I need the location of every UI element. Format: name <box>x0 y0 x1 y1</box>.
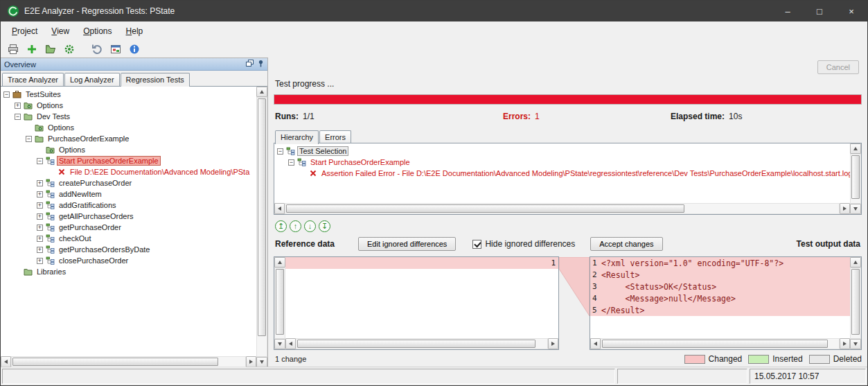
scrollbar-thumb[interactable] <box>258 98 266 336</box>
tab-regression-tests[interactable]: Regression Tests <box>121 73 190 87</box>
scroll-right-icon[interactable] <box>840 338 850 349</box>
scrollbar-thumb[interactable] <box>276 269 284 335</box>
scroll-right-icon[interactable] <box>246 356 256 367</box>
collapse-icon[interactable]: − <box>3 91 10 98</box>
maximize-button[interactable]: □ <box>804 1 835 21</box>
tree-item[interactable]: File D:\E2E Documentation\Advanced Model… <box>1 166 256 177</box>
tree-item[interactable]: −Dev Tests <box>1 111 256 122</box>
tree-item[interactable]: +addGratifications <box>1 200 256 211</box>
scroll-left-icon[interactable] <box>285 338 296 349</box>
scrollbar-track[interactable] <box>285 203 840 214</box>
collapse-icon[interactable]: − <box>15 114 21 120</box>
expand-icon[interactable]: + <box>37 258 43 264</box>
scroll-left-icon[interactable] <box>590 338 601 349</box>
collapse-icon[interactable]: − <box>288 159 294 166</box>
tree-item[interactable]: +checkOut <box>1 233 256 244</box>
hierarchy-vscrollbar[interactable] <box>850 143 861 214</box>
tree-item[interactable]: −PurchaseOrderExample <box>1 133 256 144</box>
scrollbar-thumb[interactable] <box>851 269 860 335</box>
scrollbar-track[interactable] <box>274 267 285 339</box>
tree-item[interactable]: +getAllPurchaseOrders <box>1 211 256 222</box>
undo-icon[interactable] <box>89 42 105 57</box>
next-difference-button[interactable]: ↓ <box>304 220 316 232</box>
scrollbar-thumb[interactable] <box>297 340 535 348</box>
tree-item[interactable]: +getPurchaseOrdersByDate <box>1 244 256 255</box>
tree-item[interactable]: Assertion Failed Error - File D:\E2E Doc… <box>274 168 850 179</box>
scrollbar-thumb[interactable] <box>602 340 828 348</box>
scrollbar-track[interactable] <box>11 356 246 367</box>
tab-hierarchy[interactable]: Hierarchy <box>275 130 319 144</box>
close-button[interactable]: × <box>835 1 867 21</box>
info-icon[interactable] <box>127 42 142 57</box>
expand-icon[interactable]: + <box>37 236 43 242</box>
overview-tree-vscrollbar[interactable] <box>256 87 267 367</box>
scroll-up-icon[interactable] <box>256 87 267 97</box>
scroll-right-icon[interactable] <box>548 338 558 349</box>
scroll-up-icon[interactable] <box>850 257 861 267</box>
tree-item[interactable]: Options <box>1 122 256 133</box>
overview-tree-hscrollbar[interactable] <box>1 356 256 367</box>
tree-item[interactable]: Options <box>1 144 256 155</box>
scroll-down-icon[interactable] <box>274 339 285 349</box>
scroll-left-icon[interactable] <box>1 356 11 367</box>
menu-view[interactable]: View <box>44 24 76 39</box>
tree-item[interactable]: +addNewItem <box>1 188 256 200</box>
reference-vscrollbar[interactable] <box>274 257 285 349</box>
tree-item[interactable]: +getPurchaseOrder <box>1 222 256 233</box>
scrollbar-thumb[interactable] <box>286 204 684 213</box>
hierarchy-hscrollbar[interactable] <box>274 203 850 214</box>
output-hscrollbar[interactable] <box>590 338 850 349</box>
menu-help[interactable]: Help <box>119 24 150 39</box>
menu-options[interactable]: Options <box>76 24 118 39</box>
scrollbar-track[interactable] <box>296 338 548 349</box>
float-panel-icon[interactable] <box>246 60 254 69</box>
model-window-icon[interactable] <box>108 42 123 57</box>
scroll-left-icon[interactable] <box>274 203 285 214</box>
edit-ignored-differences-button[interactable]: Edit ignored differences <box>358 237 456 251</box>
scrollbar-thumb[interactable] <box>851 155 860 199</box>
reference-hscrollbar[interactable] <box>285 338 558 349</box>
print-icon[interactable] <box>6 42 21 57</box>
scroll-down-icon[interactable] <box>256 357 267 367</box>
tree-item[interactable]: +createPurchaseOrder <box>1 177 256 188</box>
expand-icon[interactable]: + <box>37 180 43 186</box>
scroll-down-icon[interactable] <box>850 339 861 349</box>
scrollbar-track[interactable] <box>850 154 861 204</box>
first-difference-button[interactable]: ↥ <box>275 220 287 232</box>
tree-item[interactable]: −Start PurchaseOrderExample <box>274 157 850 168</box>
expand-icon[interactable]: + <box>37 247 43 253</box>
accept-changes-button[interactable]: Accept changes <box>590 237 662 251</box>
tree-item[interactable]: +Options <box>1 100 256 111</box>
tree-item[interactable]: −Test Selection <box>274 146 850 157</box>
cancel-button[interactable]: Cancel <box>817 60 859 74</box>
tab-errors[interactable]: Errors <box>319 130 351 143</box>
previous-difference-button[interactable]: ↑ <box>290 220 301 232</box>
tree-item[interactable]: +closePurchaseOrder <box>1 255 256 266</box>
tree-item[interactable]: −Start PurchaseOrderExample <box>1 155 256 166</box>
last-difference-button[interactable]: ↧ <box>319 220 330 232</box>
tab-log-analyzer[interactable]: Log Analyzer <box>64 73 120 86</box>
expand-icon[interactable]: + <box>37 225 43 231</box>
hide-ignored-checkbox[interactable] <box>472 240 481 249</box>
scrollbar-thumb[interactable] <box>12 358 218 366</box>
collapse-icon[interactable]: − <box>26 136 32 142</box>
output-vscrollbar[interactable] <box>850 257 861 349</box>
menu-project[interactable]: Project <box>5 24 44 39</box>
scrollbar-track[interactable] <box>850 267 861 339</box>
expand-icon[interactable]: + <box>37 213 43 220</box>
scroll-up-icon[interactable] <box>850 143 861 154</box>
scrollbar-track[interactable] <box>601 338 840 349</box>
open-folder-icon[interactable] <box>43 42 58 57</box>
collapse-icon[interactable]: − <box>37 158 43 164</box>
settings-gear-icon[interactable] <box>62 42 77 57</box>
expand-icon[interactable]: + <box>15 103 21 109</box>
tree-item[interactable]: −TestSuites <box>1 89 256 100</box>
scroll-right-icon[interactable] <box>840 203 850 214</box>
minimize-button[interactable]: – <box>772 1 804 21</box>
expand-icon[interactable]: + <box>37 202 43 209</box>
tab-trace-analyzer[interactable]: Trace Analyzer <box>2 73 64 86</box>
add-icon[interactable] <box>24 42 39 57</box>
expand-icon[interactable]: + <box>37 191 43 198</box>
scrollbar-track[interactable] <box>256 97 267 357</box>
pin-icon[interactable] <box>258 60 264 69</box>
